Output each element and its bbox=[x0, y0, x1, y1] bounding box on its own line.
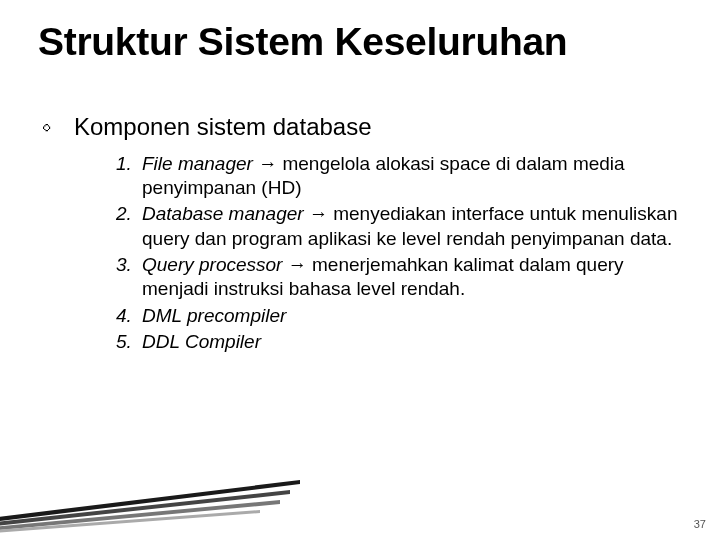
term: File manager bbox=[142, 153, 258, 174]
term: Database manager bbox=[142, 203, 309, 224]
list-item: 4. DML precompiler bbox=[116, 304, 682, 328]
list-number: 1. bbox=[116, 152, 142, 201]
bullet-glyph: ￮ bbox=[42, 115, 52, 139]
ordered-list: 1. File manager → mengelola alokasi spac… bbox=[116, 152, 682, 355]
list-number: 2. bbox=[116, 202, 142, 251]
list-text: Database manager → menyediakan interface… bbox=[142, 202, 682, 251]
page-number: 37 bbox=[694, 518, 706, 530]
term: Query processor bbox=[142, 254, 288, 275]
list-number: 4. bbox=[116, 304, 142, 328]
term: DML precompiler bbox=[142, 305, 286, 326]
svg-marker-3 bbox=[0, 510, 260, 534]
list-text: Query processor → menerjemahkan kalimat … bbox=[142, 253, 682, 302]
list-text: DML precompiler bbox=[142, 304, 286, 328]
list-text: DDL Compiler bbox=[142, 330, 261, 354]
page-title: Struktur Sistem Keseluruhan bbox=[38, 20, 682, 65]
svg-marker-2 bbox=[0, 500, 280, 534]
arrow: → bbox=[258, 153, 277, 174]
list-item: 5. DDL Compiler bbox=[116, 330, 682, 354]
list-number: 3. bbox=[116, 253, 142, 302]
slide: Struktur Sistem Keseluruhan ￮ Komponen s… bbox=[0, 0, 720, 354]
arrow: → bbox=[288, 254, 307, 275]
svg-marker-0 bbox=[0, 480, 300, 526]
arrow: → bbox=[309, 203, 328, 224]
list-item: 3. Query processor → menerjemahkan kalim… bbox=[116, 253, 682, 302]
list-item: 1. File manager → mengelola alokasi spac… bbox=[116, 152, 682, 201]
decorative-streak bbox=[0, 480, 300, 534]
term: DDL Compiler bbox=[142, 331, 261, 352]
bullet-row: ￮ Komponen sistem database bbox=[42, 113, 682, 142]
list-text: File manager → mengelola alokasi space d… bbox=[142, 152, 682, 201]
list-item: 2. Database manager → menyediakan interf… bbox=[116, 202, 682, 251]
list-number: 5. bbox=[116, 330, 142, 354]
svg-marker-1 bbox=[0, 490, 290, 530]
subheading: Komponen sistem database bbox=[74, 113, 372, 142]
